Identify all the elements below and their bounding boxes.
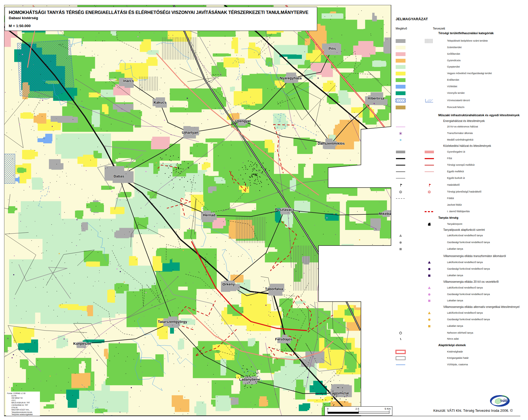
legend-item-label: Egyéb mellékút bbox=[447, 170, 464, 173]
legend-item-label: Lakatlan tanya bbox=[447, 247, 463, 250]
legend-item-label: Vizenyős terület bbox=[447, 92, 465, 94]
town-label: Nyáregyháza bbox=[280, 76, 302, 80]
town-label: Kunpeszér bbox=[73, 342, 91, 346]
town-label: Lajosmizse bbox=[330, 391, 349, 395]
legend-symbol-planned bbox=[424, 163, 434, 168]
credits-text: Készült: VÁTI Kht. Térség Tervezési Irod… bbox=[425, 409, 513, 413]
scale-label-end: 5 Km bbox=[385, 407, 391, 410]
sheet-bottom-border bbox=[4, 416, 520, 416]
legend-symbol-existing bbox=[395, 337, 406, 342]
legend-item-label: I. ütemű földútjavítás bbox=[447, 210, 470, 213]
legend-item-label: Gazdasági funkcióval rendelkező tanya bbox=[447, 241, 490, 244]
town-label: Hernád bbox=[203, 213, 215, 217]
legend-symbol-planned bbox=[424, 183, 434, 188]
legend-item-label: Egyéb burkolt út bbox=[447, 177, 465, 179]
legend-item-label: Szántóterület bbox=[447, 46, 462, 49]
page-subtitle: Dabasi kistérség bbox=[9, 16, 313, 20]
legend-symbol-planned bbox=[424, 189, 434, 194]
legend-item-label: 20 kV-os elektromos hálózat bbox=[447, 125, 478, 128]
legend-symbol-planned bbox=[424, 98, 434, 103]
source-line: MAGYAR KÖZÚT Kht., bbox=[7, 409, 39, 411]
town-area bbox=[331, 384, 352, 397]
legend-symbol-planned bbox=[424, 260, 434, 265]
town-label: Mikebuda bbox=[379, 212, 391, 216]
legend-symbol-planned bbox=[424, 273, 434, 278]
legend-symbol-existing bbox=[395, 91, 406, 96]
scale-bar-track bbox=[328, 412, 389, 414]
legend-symbol-existing bbox=[395, 124, 406, 129]
town-label: Albertirsa bbox=[368, 96, 384, 100]
legend-symbol-existing bbox=[395, 58, 406, 63]
town-label: Örkény bbox=[223, 282, 235, 286]
map-scale-text: M = 1:50.000 bbox=[9, 24, 313, 28]
legend-symbol-planned bbox=[424, 39, 434, 43]
source-box: Forrás: CORINE LC-50EOTRHM MÁSZ '04OTrT,… bbox=[6, 392, 40, 417]
legend-item-label: Erdőterület bbox=[447, 78, 459, 81]
legend-symbol-existing bbox=[395, 84, 406, 89]
legend-item-label: Nehezen elérhető tanya bbox=[447, 331, 473, 334]
legend-symbol-existing bbox=[395, 150, 406, 154]
legend-symbol-existing bbox=[395, 362, 406, 367]
source-line: BÁCS-KISKUN M. TRT bbox=[7, 402, 39, 404]
source-line: EOTR bbox=[7, 395, 39, 397]
legend-subheading: Közlekedési hálózat és létesítmények bbox=[443, 144, 491, 147]
legend-symbol-existing bbox=[395, 176, 406, 181]
legend-item-label: Földút bbox=[447, 197, 454, 200]
scale-bar: 0 2.5 5 Km bbox=[325, 406, 392, 416]
legend-section-heading: Térségi területfelhasználási kategóriák bbox=[438, 31, 494, 35]
town-label: Kakucs bbox=[154, 100, 166, 104]
legend-item-label: Tanyaközpont bbox=[447, 223, 462, 225]
legend-symbol-existing bbox=[395, 39, 406, 43]
source-line: Forrás: CORINE LC-50 bbox=[7, 392, 39, 395]
scale-bar-fill bbox=[328, 412, 359, 413]
legend-symbol-planned bbox=[424, 298, 434, 303]
map-canvas: PilisNyáregyházaAlbertirsaInárcsKakucsÚj… bbox=[4, 5, 391, 416]
legend-symbol-existing bbox=[395, 52, 406, 57]
legend-item-label: Térségi szerepű mellékút bbox=[447, 164, 475, 166]
legend-item-label: Roncsolt felszín bbox=[447, 106, 465, 109]
legend-item-label: Nincs adat bbox=[447, 337, 459, 340]
legend-symbol-planned bbox=[424, 267, 434, 272]
scale-tick bbox=[358, 410, 359, 412]
legend-symbol-existing bbox=[395, 196, 406, 201]
town-label: Tatárszentgyörgy bbox=[158, 320, 187, 324]
legend-symbol-existing bbox=[395, 65, 406, 69]
legend-symbol-existing bbox=[395, 45, 406, 50]
legend-item-label: Lakófunkcióval rendelkező tanya bbox=[447, 286, 483, 289]
town-label: Újhartyán bbox=[182, 130, 198, 135]
town-label: Dánszentmiklós bbox=[318, 141, 345, 145]
legend-symbol-existing bbox=[395, 356, 406, 361]
legend-item-label: Települések beépítésre szánt területe bbox=[447, 39, 488, 42]
legend-item-label: Gazdasági funkcióval rendelkező tanya bbox=[447, 267, 490, 270]
legend-col-planned: Tervezett bbox=[433, 27, 445, 30]
source-line: DTA-50, bbox=[7, 407, 39, 409]
legend-item-label: Lakófunkcióval rendelkező tanya bbox=[447, 311, 483, 314]
legend-item-label: Transzformátor állomás bbox=[447, 132, 473, 135]
legend-item-label: Meddő szénhidrogénkút bbox=[447, 138, 473, 141]
legend-symbol-planned bbox=[424, 285, 434, 290]
source-line: Települési adatszolgáltatás bbox=[7, 413, 39, 416]
legend-item-label: Gazdasági funkcióval rendelkező tanya bbox=[447, 318, 490, 321]
legend-symbol-existing bbox=[395, 71, 406, 76]
legend-item-label: Gazdasági funkcióval rendelkező tanya bbox=[447, 293, 490, 296]
plan-sheet: PilisNyáregyházaAlbertirsaInárcsKakucsÚj… bbox=[0, 0, 528, 420]
town-label: Ladánybene bbox=[239, 377, 260, 381]
legend-symbol-planned bbox=[424, 209, 434, 214]
legend-symbol-planned bbox=[424, 222, 434, 227]
legend-item-label: Javított földút bbox=[447, 203, 462, 206]
legend-symbol-planned bbox=[424, 292, 434, 297]
scale-label-mid: 2.5 bbox=[355, 407, 359, 410]
legend-symbol-existing bbox=[395, 349, 406, 354]
legend-symbol-existing bbox=[395, 138, 406, 142]
legend-symbol-existing bbox=[395, 105, 406, 110]
town-label: Táborfalva bbox=[265, 287, 283, 291]
scale-tick bbox=[328, 410, 328, 412]
legend-subheading: Energiahálózat és létesítmények bbox=[443, 119, 485, 122]
legend-subheading: Villamosenergia ellátás transzformátor á… bbox=[443, 254, 506, 258]
town-label: Pusztavacs bbox=[275, 208, 294, 212]
legend-symbol-planned bbox=[424, 311, 434, 316]
legend-symbol-planned bbox=[424, 324, 434, 329]
legend-subheading: Villamosenergia ellátás 20 kV-os vezeték… bbox=[443, 280, 498, 283]
legend-item-label: Gyümölcsös bbox=[447, 59, 461, 62]
legend-item-label: Lakatlan tanya bbox=[447, 325, 463, 327]
